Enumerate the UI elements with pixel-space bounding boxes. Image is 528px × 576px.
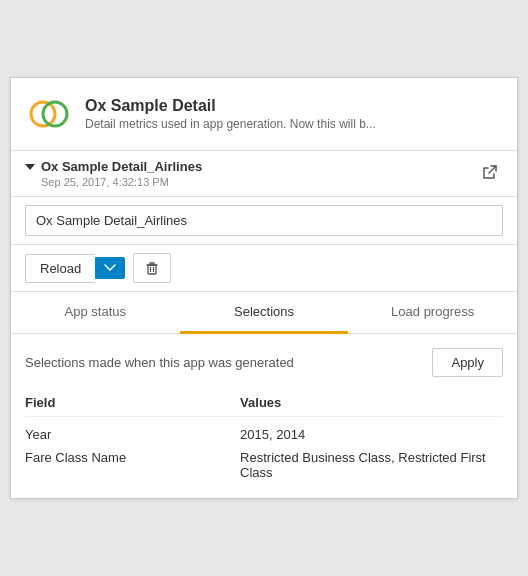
card-header: Ox Sample Detail Detail metrics used in …: [11, 78, 517, 151]
app-logo: [25, 90, 73, 138]
header-text: Ox Sample Detail Detail metrics used in …: [85, 97, 376, 131]
svg-rect-2: [148, 265, 156, 274]
cell-values-year: 2015, 2014: [240, 427, 503, 442]
table-row: Year 2015, 2014: [25, 423, 503, 446]
main-card: Ox Sample Detail Detail metrics used in …: [10, 77, 518, 499]
tab-content: Selections made when this app was genera…: [11, 334, 517, 498]
cell-values-fare: Restricted Business Class, Restricted Fi…: [240, 450, 503, 480]
apply-button[interactable]: Apply: [432, 348, 503, 377]
table-header: Field Values: [25, 391, 503, 417]
tab-load-progress[interactable]: Load progress: [348, 292, 517, 334]
reload-button[interactable]: Reload: [25, 254, 95, 283]
tab-app-status[interactable]: App status: [11, 292, 180, 334]
selections-description: Selections made when this app was genera…: [25, 355, 294, 370]
input-row: [11, 197, 517, 245]
selections-header: Selections made when this app was genera…: [25, 348, 503, 377]
external-link-button[interactable]: [477, 159, 503, 188]
reload-dropdown-button[interactable]: [95, 257, 125, 279]
column-header-field: Field: [25, 395, 240, 410]
delete-button[interactable]: [133, 253, 171, 283]
tabs: App status Selections Load progress: [11, 292, 517, 334]
app-name: Ox Sample Detail_Airlines: [25, 159, 202, 174]
app-subtitle: Detail metrics used in app generation. N…: [85, 117, 376, 131]
app-info: Ox Sample Detail_Airlines Sep 25, 2017, …: [25, 159, 202, 188]
app-row: Ox Sample Detail_Airlines Sep 25, 2017, …: [11, 151, 517, 197]
tab-selections[interactable]: Selections: [180, 292, 349, 334]
table-row: Fare Class Name Restricted Business Clas…: [25, 446, 503, 484]
app-title: Ox Sample Detail: [85, 97, 376, 115]
app-date: Sep 25, 2017, 4:32:13 PM: [25, 176, 202, 188]
column-header-values: Values: [240, 395, 503, 410]
app-name-input[interactable]: [25, 205, 503, 236]
cell-field-year: Year: [25, 427, 240, 442]
cell-field-fare: Fare Class Name: [25, 450, 240, 465]
button-row: Reload: [11, 245, 517, 292]
